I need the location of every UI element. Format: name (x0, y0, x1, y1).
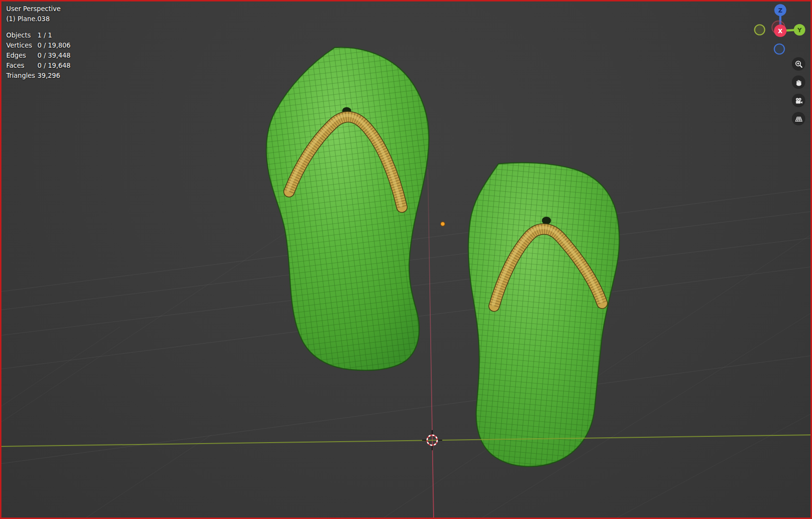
scene-statistics: Objects1 / 1Vertices0 / 19,806Edges0 / 3… (6, 30, 71, 81)
stat-value: 0 / 19,648 (37, 61, 71, 71)
hand-icon (795, 78, 803, 86)
blender-window: User Perspective (1) Plane.038 Objects1 … (0, 0, 812, 519)
stat-row: Edges0 / 39,448 (6, 50, 71, 61)
axis-y-line (0, 435, 812, 446)
stat-row: Vertices0 / 19,806 (6, 40, 71, 50)
view-perspective-label: User Perspective (6, 4, 71, 14)
stat-label: Objects (6, 30, 37, 40)
camera-icon (795, 97, 803, 105)
svg-text:X: X (778, 28, 783, 35)
flip-flop-left[interactable] (267, 48, 429, 371)
stat-label: Vertices (6, 40, 37, 50)
grid-icon (795, 115, 803, 123)
stat-value: 0 / 39,448 (37, 50, 71, 61)
axis-x-line (428, 169, 434, 518)
navigation-gizmo[interactable]: Z Y X (747, 0, 812, 58)
3d-viewport[interactable] (0, 0, 812, 519)
svg-text:Y: Y (797, 27, 802, 34)
gizmo-y-stem (786, 30, 794, 31)
gizmo-axis-z[interactable]: Z (775, 4, 787, 16)
stat-value: 0 / 19,806 (37, 40, 71, 50)
stat-label: Edges (6, 50, 37, 61)
toe-post-right (542, 217, 551, 224)
flip-flop-right[interactable] (468, 163, 619, 467)
magnifier-plus-icon (795, 60, 803, 68)
stat-label: Triangles (6, 71, 37, 81)
stat-row: Triangles39,296 (6, 71, 71, 81)
object-origin-dot (441, 222, 445, 226)
stat-value: 39,296 (37, 71, 60, 81)
camera-view-button[interactable] (792, 94, 805, 107)
zoom-button[interactable] (792, 57, 805, 71)
svg-text:Z: Z (778, 7, 783, 14)
toggle-projection-button[interactable] (792, 112, 805, 125)
sole-right-wireframe (468, 163, 619, 467)
viewport-nav-buttons (792, 57, 805, 125)
active-object-label: (1) Plane.038 (6, 14, 71, 24)
stat-row: Objects1 / 1 (6, 30, 71, 40)
gizmo-axis-y-negative[interactable] (755, 25, 765, 35)
gizmo-axis-y[interactable]: Y (794, 24, 805, 36)
stat-label: Faces (6, 61, 37, 71)
viewport-stats-overlay: User Perspective (1) Plane.038 Objects1 … (6, 4, 71, 81)
stat-row: Faces0 / 19,648 (6, 61, 71, 71)
stat-value: 1 / 1 (37, 30, 52, 40)
pan-button[interactable] (792, 75, 805, 89)
gizmo-axis-z-negative[interactable] (775, 44, 785, 54)
gizmo-axis-x[interactable]: X (774, 25, 787, 37)
